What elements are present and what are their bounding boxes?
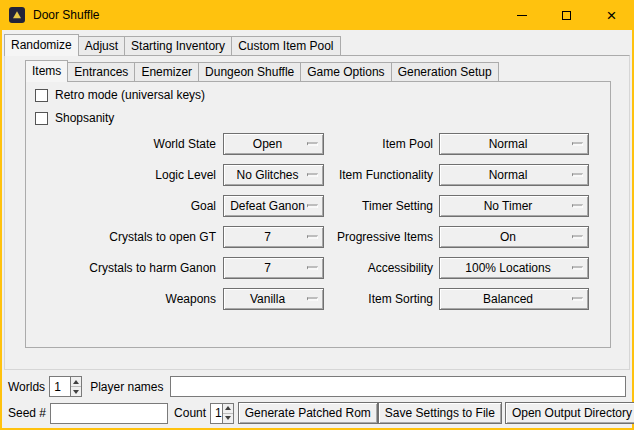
items-tab-pane: Retro mode (universal keys) Shopsanity W… bbox=[25, 81, 611, 348]
dropdown-indicator-icon bbox=[572, 205, 583, 208]
tab-game-options[interactable]: Game Options bbox=[300, 62, 391, 81]
spin-down-icon[interactable] bbox=[223, 414, 233, 423]
timer-setting-label: Timer Setting bbox=[246, 195, 433, 217]
randomize-sub-tab-bar: Items Entrances Enemizer Dungeon Shuffle… bbox=[25, 60, 498, 82]
retro-mode-checkbox-row[interactable]: Retro mode (universal keys) bbox=[35, 86, 205, 104]
minimize-button[interactable] bbox=[499, 0, 544, 30]
caption-buttons: × bbox=[499, 0, 634, 30]
door-shuffle-app-icon bbox=[9, 7, 25, 23]
progressive-items-dropdown[interactable]: On bbox=[439, 226, 589, 248]
tab-starting-inventory[interactable]: Starting Inventory bbox=[124, 36, 232, 55]
generate-patched-rom-button[interactable]: Generate Patched Rom bbox=[238, 402, 378, 424]
close-icon: × bbox=[607, 7, 617, 24]
main-tab-bar: Randomize Adjust Starting Inventory Cust… bbox=[4, 34, 340, 56]
crystals-open-gt-label: Crystals to open GT bbox=[30, 226, 216, 248]
seed-row: Seed # Count 1 Generate Patched Rom Save… bbox=[8, 402, 629, 424]
worlds-row: Worlds 1 Player names bbox=[8, 376, 627, 397]
tab-items[interactable]: Items bbox=[25, 60, 68, 82]
retro-mode-checkbox[interactable] bbox=[35, 89, 48, 102]
maximize-button[interactable] bbox=[544, 0, 589, 30]
tab-entrances[interactable]: Entrances bbox=[67, 62, 135, 81]
spin-up-icon[interactable] bbox=[223, 404, 233, 414]
seed-label: Seed # bbox=[8, 406, 46, 420]
item-pool-label: Item Pool bbox=[246, 133, 433, 155]
spin-down-icon[interactable] bbox=[71, 387, 81, 396]
crystals-harm-ganon-label: Crystals to harm Ganon bbox=[30, 257, 216, 279]
worlds-spinbox[interactable]: 1 bbox=[49, 376, 82, 397]
dropdown-indicator-icon bbox=[572, 174, 583, 177]
progressive-items-label: Progressive Items bbox=[246, 226, 433, 248]
item-sorting-label: Item Sorting bbox=[246, 288, 433, 310]
dropdown-indicator-icon bbox=[572, 298, 583, 301]
worlds-label: Worlds bbox=[8, 380, 45, 394]
maximize-icon bbox=[562, 11, 571, 20]
accessibility-dropdown[interactable]: 100% Locations bbox=[439, 257, 589, 279]
close-button[interactable]: × bbox=[589, 0, 634, 30]
tab-randomize[interactable]: Randomize bbox=[4, 34, 79, 56]
tab-generation-setup[interactable]: Generation Setup bbox=[391, 62, 499, 81]
logic-level-label: Logic Level bbox=[30, 164, 216, 186]
count-value: 1 bbox=[211, 404, 222, 423]
open-output-directory-button[interactable]: Open Output Directory bbox=[505, 402, 634, 424]
goal-label: Goal bbox=[30, 195, 216, 217]
save-settings-button[interactable]: Save Settings to File bbox=[378, 402, 502, 424]
seed-input[interactable] bbox=[50, 403, 168, 424]
window-title: Door Shuffle bbox=[33, 8, 100, 22]
tab-dungeon-shuffle[interactable]: Dungeon Shuffle bbox=[198, 62, 301, 81]
dropdown-indicator-icon bbox=[572, 143, 583, 146]
weapons-label: Weapons bbox=[30, 288, 216, 310]
accessibility-label: Accessibility bbox=[246, 257, 433, 279]
tab-enemizer[interactable]: Enemizer bbox=[134, 62, 199, 81]
minimize-icon bbox=[517, 15, 527, 16]
item-sorting-dropdown[interactable]: Balanced bbox=[439, 288, 589, 310]
tab-adjust[interactable]: Adjust bbox=[78, 36, 125, 55]
door-shuffle-window: Door Shuffle × Randomize Adjust Starting… bbox=[0, 0, 634, 430]
dropdown-indicator-icon bbox=[572, 236, 583, 239]
window-body: Randomize Adjust Starting Inventory Cust… bbox=[2, 30, 632, 428]
dropdown-indicator-icon bbox=[572, 267, 583, 270]
spinner-arrows bbox=[222, 404, 233, 423]
tab-custom-item-pool[interactable]: Custom Item Pool bbox=[231, 36, 340, 55]
player-names-input[interactable] bbox=[170, 376, 627, 397]
titlebar: Door Shuffle × bbox=[0, 0, 634, 30]
item-functionality-dropdown[interactable]: Normal bbox=[439, 164, 589, 186]
spinner-arrows bbox=[70, 377, 81, 396]
spin-up-icon[interactable] bbox=[71, 377, 81, 387]
retro-mode-label: Retro mode (universal keys) bbox=[55, 88, 205, 102]
world-state-label: World State bbox=[30, 133, 216, 155]
worlds-value: 1 bbox=[50, 377, 70, 396]
count-spinbox[interactable]: 1 bbox=[210, 403, 234, 424]
shopsanity-label: Shopsanity bbox=[55, 111, 114, 125]
shopsanity-checkbox-row[interactable]: Shopsanity bbox=[35, 109, 114, 127]
player-names-label: Player names bbox=[90, 380, 163, 394]
item-functionality-label: Item Functionality bbox=[246, 164, 433, 186]
item-pool-dropdown[interactable]: Normal bbox=[439, 133, 589, 155]
shopsanity-checkbox[interactable] bbox=[35, 112, 48, 125]
count-label: Count bbox=[174, 406, 206, 420]
timer-setting-dropdown[interactable]: No Timer bbox=[439, 195, 589, 217]
